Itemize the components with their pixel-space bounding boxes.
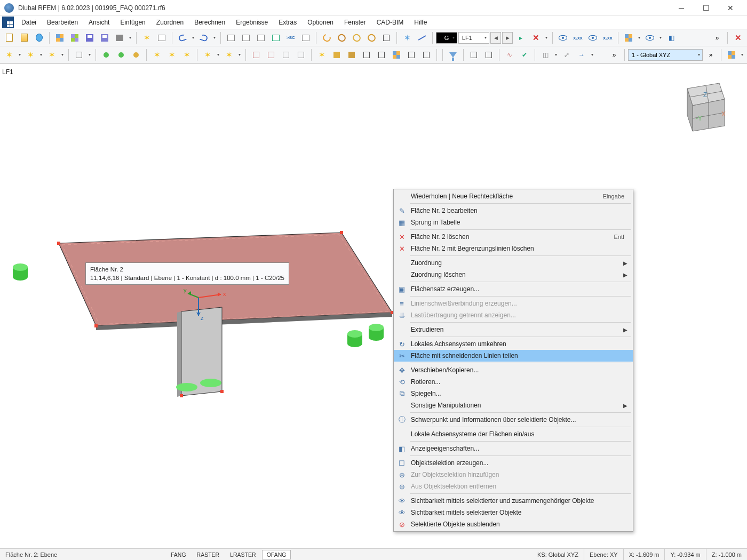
minimize-button[interactable]: ─ — [669, 1, 694, 15]
combo-loadcase[interactable]: LF1 — [458, 32, 489, 44]
combo-g[interactable]: G — [436, 32, 457, 44]
table3-button[interactable] — [254, 31, 268, 45]
menu-fenster[interactable]: Fenster — [339, 17, 371, 28]
sec2-button[interactable] — [482, 48, 496, 62]
last-dd[interactable]: ▾ — [740, 52, 745, 57]
menu-ergebnisse[interactable]: Ergebnisse — [231, 17, 273, 28]
line-button[interactable]: ✶ — [23, 48, 37, 62]
render-grid-button[interactable] — [622, 31, 635, 45]
ctx-item-8[interactable]: Zuordnung▶ — [394, 257, 633, 269]
ctx-item-30[interactable]: ◧Anzeigeeigenschaften... — [394, 443, 633, 454]
menu-cadbim[interactable]: CAD-BIM — [371, 17, 409, 28]
calc-button[interactable] — [269, 31, 283, 45]
ctx-item-18[interactable]: ↻Lokales Achsensystem umkehren — [394, 338, 633, 350]
model-wizard-button[interactable] — [53, 31, 67, 45]
support3-button[interactable] — [129, 48, 143, 62]
support-line-button[interactable] — [415, 31, 429, 45]
g6-button[interactable] — [390, 48, 403, 62]
status-toggle-lraster[interactable]: LRASTER — [225, 550, 260, 559]
menu-hilfe[interactable]: Hilfe — [409, 17, 432, 28]
arc-button[interactable]: ✶ — [45, 48, 59, 62]
status-toggle-ofang[interactable]: OFANG — [262, 550, 291, 559]
view-eye1-button[interactable] — [556, 31, 570, 45]
ctx-item-26[interactable]: ⓘSchwerpunkt und Informationen über sele… — [394, 414, 633, 426]
support-nodal-button[interactable]: ✶ — [400, 31, 414, 45]
menu-berechnen[interactable]: Berechnen — [189, 17, 231, 28]
curve-button[interactable]: ∿ — [503, 48, 516, 62]
view-eye2-button[interactable] — [586, 31, 600, 45]
rect1-button[interactable] — [249, 48, 263, 62]
load-b1-button[interactable]: ✶ — [201, 48, 214, 62]
delete-x-dropdown[interactable]: ▾ — [544, 35, 549, 40]
cube-dd[interactable]: ▾ — [553, 52, 559, 57]
sec1-button[interactable] — [467, 48, 481, 62]
ctx-item-36[interactable]: 👁Sichtbarkeit mittels selektierter und z… — [394, 495, 633, 507]
more-right-button[interactable]: » — [704, 48, 718, 62]
load-node-button[interactable]: ✶ — [150, 48, 164, 62]
menu-optionen[interactable]: Optionen — [302, 17, 339, 28]
redo-button[interactable] — [197, 31, 211, 45]
close-button[interactable]: ✕ — [718, 1, 743, 15]
viewport[interactable]: LF1 x y z — [0, 67, 747, 548]
menu-ansicht[interactable]: Ansicht — [83, 17, 115, 28]
nav-cube[interactable]: X -Y Z — [671, 78, 730, 137]
ctx-item-37[interactable]: 👁Sichtbarkeit mittels selektierter Objek… — [394, 507, 633, 518]
lf-next-button[interactable]: ▶ — [502, 32, 513, 44]
print-button[interactable] — [113, 31, 126, 45]
lb2-dd[interactable]: ▾ — [237, 52, 242, 57]
node-dd[interactable]: ▾ — [17, 52, 22, 57]
isometric-button[interactable]: ◧ — [664, 31, 678, 45]
menu-einfuegen[interactable]: Einfügen — [115, 17, 150, 28]
ctx-item-32[interactable]: ☐Objektselektion erzeugen... — [394, 457, 633, 469]
g5-button[interactable] — [375, 48, 388, 62]
view-xxx1-button[interactable]: x.xx — [571, 31, 585, 45]
load-line-button[interactable]: ✶ — [165, 48, 179, 62]
arc-dd[interactable]: ▾ — [60, 52, 65, 57]
render-dropdown[interactable]: ▾ — [637, 35, 642, 40]
load-surf-button[interactable]: ✶ — [180, 48, 194, 62]
save-button[interactable] — [83, 31, 97, 45]
menu-bearbeiten[interactable]: Bearbeiten — [42, 17, 83, 28]
ctx-item-2[interactable]: ✎Fläche Nr. 2 bearbeiten — [394, 205, 633, 217]
zoom-fit-button[interactable] — [364, 31, 378, 45]
support1-button[interactable] — [99, 48, 113, 62]
ctx-item-21[interactable]: ✥Verschieben/Kopieren... — [394, 364, 633, 376]
lf-prev-button[interactable]: ◀ — [490, 32, 501, 44]
select-lasso-button[interactable] — [335, 31, 348, 45]
delete-x-button[interactable]: ✕ — [529, 31, 543, 45]
rect2-button[interactable] — [264, 48, 278, 62]
table1-button[interactable] — [224, 31, 238, 45]
g7-button[interactable] — [404, 48, 418, 62]
rect4-button[interactable] — [294, 48, 308, 62]
flag-button[interactable]: ▸ — [514, 31, 528, 45]
view-xxx2-button[interactable]: x.xx — [601, 31, 615, 45]
ctx-item-16[interactable]: Extrudieren▶ — [394, 324, 633, 335]
support2-button[interactable] — [114, 48, 128, 62]
ctx-item-6[interactable]: ✕Fläche Nr. 2 mit Begrenzungslinien lösc… — [394, 243, 633, 254]
save-as-button[interactable] — [98, 31, 112, 45]
menu-datei[interactable]: Datei — [16, 17, 42, 28]
g2-button[interactable] — [330, 48, 344, 62]
lb1-dd[interactable]: ▾ — [216, 52, 221, 57]
g3-button[interactable] — [345, 48, 359, 62]
m1-dd[interactable]: ▾ — [87, 52, 92, 57]
new-file-button[interactable] — [2, 31, 16, 45]
view-eye3-button[interactable] — [643, 31, 657, 45]
pan-button[interactable] — [379, 31, 393, 45]
scale-button[interactable]: ⤢ — [560, 48, 574, 62]
table2-button[interactable] — [239, 31, 253, 45]
eye3-dropdown[interactable]: ▾ — [658, 35, 663, 40]
status-toggle-fang[interactable]: FANG — [166, 550, 191, 559]
status-toggle-raster[interactable]: RASTER — [192, 550, 225, 559]
more-row1-button[interactable]: » — [710, 31, 724, 45]
qa-grid-button[interactable] — [2, 17, 14, 28]
ctx-item-24[interactable]: Sonstige Manipulationen▶ — [394, 399, 633, 411]
undo-button[interactable] — [176, 31, 189, 45]
ar-dd[interactable]: ▾ — [590, 52, 595, 57]
menu-extras[interactable]: Extras — [273, 17, 302, 28]
new-element-button[interactable]: ✶ — [140, 31, 154, 45]
table4-button[interactable] — [299, 31, 313, 45]
filter-button[interactable] — [446, 48, 460, 62]
clipboard-button[interactable] — [155, 31, 169, 45]
ctx-item-22[interactable]: ⟲Rotieren... — [394, 376, 633, 388]
